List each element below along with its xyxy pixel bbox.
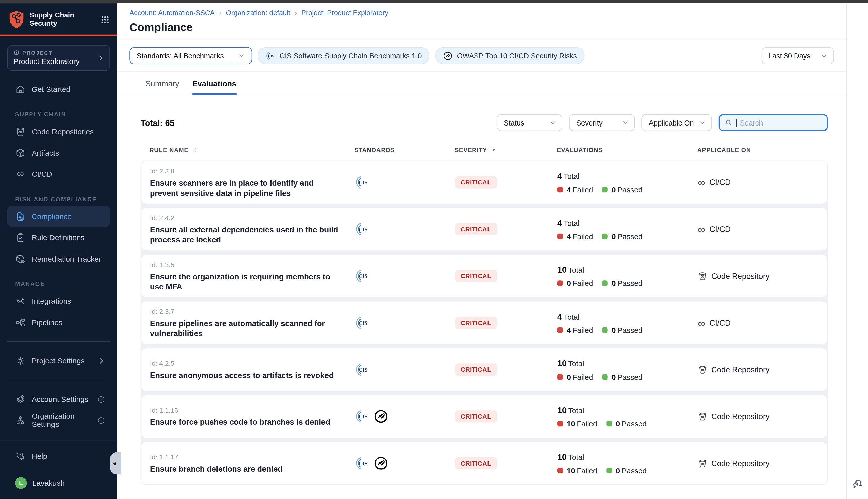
column-rule-name[interactable]: RULE NAME — [149, 147, 354, 153]
applicable-on-label: Code Repository — [711, 412, 770, 421]
evaluations-cell: 10Total 10Failed 0Passed — [557, 452, 698, 475]
passed-label: Passed — [617, 232, 642, 241]
total-count: Total: 65 — [141, 118, 174, 127]
severity-cell: CRITICAL — [455, 176, 557, 188]
sidebar-item-remediation-tracker[interactable]: Remediation Tracker — [7, 248, 110, 269]
sidebar-item-help[interactable]: Help — [7, 446, 110, 467]
total-value: 4 — [557, 218, 562, 227]
sidebar-item-label: Integrations — [32, 297, 71, 305]
table-row[interactable]: Id: 2.3.8 Ensure scanners are in place t… — [141, 161, 828, 204]
table-row[interactable]: Id: 4.2.5 Ensure anonymous access to art… — [141, 348, 828, 391]
feedback-chat-icon[interactable] — [851, 477, 864, 490]
sidebar-item-pipelines[interactable]: Pipelines — [7, 312, 110, 333]
table-toolbar: Total: 65 Status Severity Applicable On — [141, 114, 828, 131]
info-icon[interactable] — [97, 416, 105, 424]
app-switcher-icon[interactable] — [100, 15, 110, 24]
rule-id: Id: 4.2.5 — [150, 359, 354, 367]
owasp-icon — [374, 409, 388, 424]
standards-dropdown[interactable]: Standards: All Benchmarks — [129, 47, 252, 64]
table-row[interactable]: Id: 1.1.16 Ensure force pushes code to b… — [141, 395, 828, 438]
brand-accent-rule — [0, 35, 117, 36]
failed-value: 0 — [567, 373, 571, 381]
tab-evaluations[interactable]: Evaluations — [192, 79, 236, 95]
sidebar-item-ci-cd[interactable]: ∞CI/CD — [7, 163, 110, 184]
column-severity[interactable]: SEVERITY — [455, 147, 557, 153]
table-row[interactable]: Id: 1.1.17 Ensure branch deletions are d… — [141, 441, 828, 485]
severity-badge: CRITICAL — [455, 364, 497, 376]
cis-icon — [355, 456, 370, 471]
date-range-dropdown[interactable]: Last 30 Days — [761, 47, 834, 64]
standards-cell — [355, 222, 455, 236]
status-filter-dropdown[interactable]: Status — [496, 114, 562, 131]
cicd-infinity-icon: ∞ — [698, 317, 706, 328]
rule-name: Ensure pipelines are automatically scann… — [150, 318, 342, 338]
sidebar-item-label: Remediation Tracker — [32, 255, 101, 263]
rule-id: Id: 1.1.17 — [150, 453, 354, 461]
sidebar-item-account-settings[interactable]: Account Settings — [7, 389, 110, 410]
breadcrumb-project-link[interactable]: Project: Product Exploratory — [301, 9, 388, 17]
sort-icon[interactable] — [192, 147, 199, 153]
search-input[interactable]: Search — [719, 114, 828, 131]
sidebar: Supply Chain Security PROJECT Product Ex… — [0, 3, 117, 499]
rule-name-cell: Id: 2.3.7 Ensure pipelines are automatic… — [150, 307, 354, 338]
sidebar-item-artifacts[interactable]: Artifacts — [7, 142, 110, 163]
rule-name: Ensure force pushes code to branches is … — [150, 417, 342, 427]
sidebar-item-project-settings[interactable]: Project Settings — [7, 350, 110, 371]
rule-name-cell: Id: 1.1.16 Ensure force pushes code to b… — [150, 406, 354, 427]
rule-id: Id: 1.3.5 — [150, 260, 354, 268]
applicable-on-filter-dropdown[interactable]: Applicable On — [641, 114, 712, 131]
passed-label: Passed — [617, 185, 642, 194]
tab-summary[interactable]: Summary — [146, 79, 179, 95]
benchmark-chip-cis[interactable]: CIS Software Supply Chain Benchmarks 1.0 — [258, 47, 430, 64]
sidebar-item-label: Project Settings — [32, 356, 85, 365]
sort-desc-icon[interactable] — [491, 147, 497, 153]
table-row[interactable]: Id: 2.4.2 Ensure all external dependenci… — [141, 207, 828, 251]
severity-filter-dropdown[interactable]: Severity — [569, 114, 635, 131]
failed-value: 10 — [567, 466, 575, 475]
applicable-on-label: Code Repository — [711, 365, 770, 374]
passed-swatch — [602, 280, 607, 286]
passed-label: Passed — [617, 279, 642, 288]
total-value: 10 — [557, 265, 567, 274]
table-row[interactable]: Id: 2.3.7 Ensure pipelines are automatic… — [141, 301, 828, 344]
sidebar-nav: Get Started SUPPLY CHAIN Code Repositori… — [0, 78, 117, 431]
failed-stat: 4Failed — [557, 185, 593, 194]
rules-table: Id: 2.3.8 Ensure scanners are in place t… — [141, 161, 828, 485]
project-name: Product Exploratory — [13, 58, 104, 66]
user-menu[interactable]: L Lavakush — [7, 473, 110, 492]
failed-label: Failed — [572, 185, 593, 194]
table-row[interactable]: Id: 1.3.5 Ensure the organization is req… — [141, 254, 828, 298]
failed-label: Failed — [577, 466, 598, 475]
sidebar-collapse-handle[interactable]: ◀ — [110, 452, 121, 474]
passed-value: 0 — [612, 373, 616, 381]
sidebar-item-integrations[interactable]: Integrations — [7, 290, 110, 312]
evaluations-cell: 4Total 4Failed 0Passed — [557, 218, 698, 241]
brand: Supply Chain Security — [0, 3, 117, 29]
sidebar-item-compliance[interactable]: Compliance — [7, 206, 110, 227]
sidebar-item-code-repositories[interactable]: Code Repositories — [7, 121, 110, 142]
app-window: Supply Chain Security PROJECT Product Ex… — [0, 0, 868, 499]
sidebar-divider — [7, 380, 110, 380]
evaluations-cell: 10Total 0Failed 0Passed — [557, 358, 698, 381]
sidebar-item-organization-settings[interactable]: Organization Settings — [7, 410, 110, 431]
rule-name-cell: Id: 4.2.5 Ensure anonymous access to art… — [150, 359, 354, 380]
breadcrumb-account-link[interactable]: Account: Automation-SSCA — [129, 9, 215, 17]
passed-swatch — [602, 374, 607, 379]
passed-value: 0 — [616, 466, 620, 475]
total-value: 10 — [557, 358, 567, 368]
info-icon[interactable] — [97, 395, 105, 403]
breadcrumb-organization-link[interactable]: Organization: default — [226, 9, 290, 17]
total-label: Total — [568, 359, 584, 367]
project-selector[interactable]: PROJECT Product Exploratory — [7, 45, 110, 71]
rule-name-cell: Id: 2.3.8 Ensure scanners are in place t… — [150, 167, 354, 197]
benchmark-chip-owasp[interactable]: OWASP Top 10 CI/CD Security Risks — [435, 47, 585, 64]
severity-badge: CRITICAL — [455, 317, 497, 329]
sidebar-item-rule-definitions[interactable]: Rule Definitions — [7, 227, 110, 248]
failed-swatch — [557, 421, 563, 426]
sidebar-item-get-started[interactable]: Get Started — [7, 78, 110, 100]
failed-value: 10 — [567, 419, 575, 428]
failed-value: 4 — [567, 232, 571, 241]
rule-id: Id: 1.1.16 — [150, 406, 354, 414]
org-chart-gear-icon — [15, 415, 26, 426]
evaluations-panel: Total: 65 Status Severity Applicable On — [117, 95, 846, 499]
